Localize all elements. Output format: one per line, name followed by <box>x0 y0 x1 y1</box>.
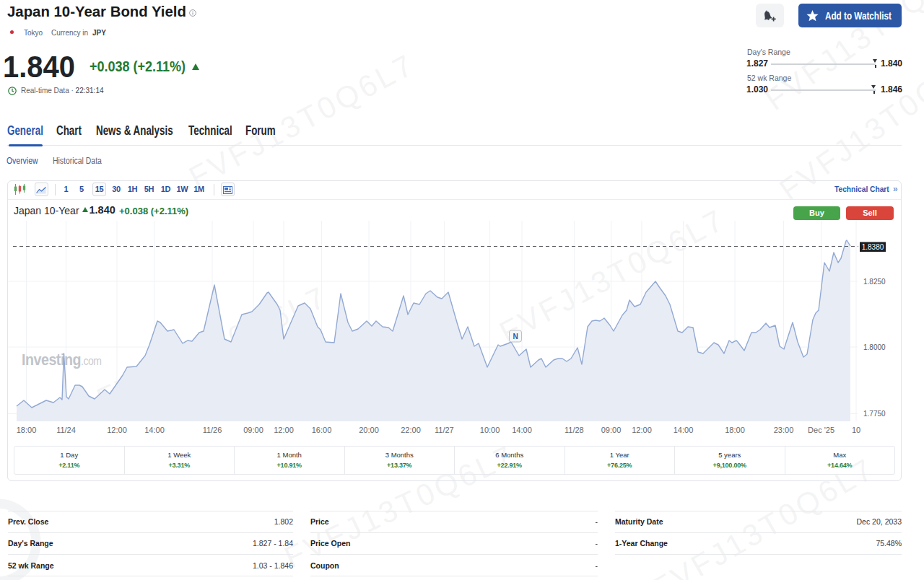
svg-text:FVFJ13T0Q6L7: FVFJ13T0Q6L7 <box>183 47 420 194</box>
